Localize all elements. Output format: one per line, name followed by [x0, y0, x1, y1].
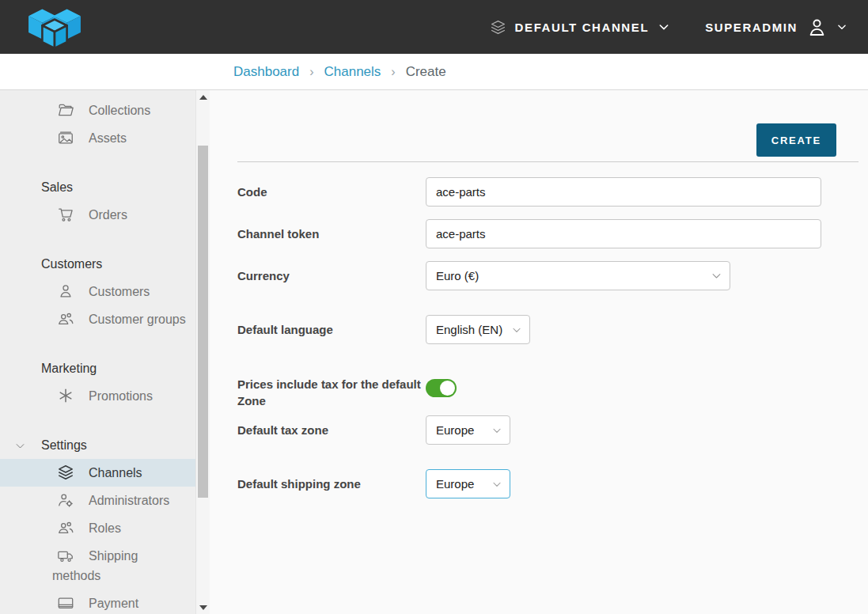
sidebar-item-orders[interactable]: Orders [0, 201, 195, 229]
sidebar-item-label: Payment [89, 597, 138, 610]
sidebar-item-shipping-methods[interactable]: Shipping methods [0, 542, 195, 589]
form-row-prices-include-tax: Prices include tax for the default Zone [237, 376, 859, 409]
form-row-default-language: Default language English (EN) [237, 315, 859, 344]
default-shipping-zone-label: Default shipping zone [237, 476, 426, 492]
sidebar-item-customer-groups[interactable]: Customer groups [0, 305, 195, 333]
sidebar-item-channels[interactable]: Channels [0, 459, 195, 487]
default-tax-zone-select-value: Europe [436, 423, 474, 437]
user-menu-label: SUPERADMIN [705, 21, 798, 34]
sidebar-item-customers[interactable]: Customers [0, 278, 195, 305]
prices-include-tax-toggle[interactable] [426, 379, 457, 397]
code-label: Code [237, 184, 426, 200]
sidebar-item-label: Collections [89, 104, 150, 117]
truck-icon [57, 547, 74, 564]
sidebar-item-label: Customers [89, 285, 150, 298]
channel-token-input[interactable] [426, 219, 821, 248]
currency-select[interactable]: Euro (€) [426, 261, 730, 290]
form-row-default-tax-zone: Default tax zone Europe [237, 415, 859, 445]
sidebar-item-label: Roles [89, 521, 121, 535]
nav-section-sales: Sales Orders [0, 176, 195, 229]
sidebar-item-assets[interactable]: Assets [0, 124, 195, 152]
credit-card-icon [57, 594, 74, 612]
form-row-currency: Currency Euro (€) [237, 261, 859, 290]
code-input[interactable] [426, 177, 821, 207]
prices-include-tax-label: Prices include tax for the default Zone [237, 376, 426, 409]
users-icon [57, 310, 74, 328]
sidebar-item-label: Administrators [89, 494, 169, 507]
chevron-down-icon [836, 21, 847, 32]
cart-icon [57, 206, 74, 223]
chevron-down-icon [511, 324, 522, 335]
image-icon [57, 129, 74, 146]
default-language-select[interactable]: English (EN) [426, 315, 530, 344]
nav-section-header-customers: Customers [0, 252, 195, 278]
form-row-code: Code [237, 177, 859, 207]
channel-form: Code Channel token Currency Euro (€) Def… [237, 162, 859, 498]
vendure-logo[interactable] [24, 3, 85, 51]
sidebar-item-administrators[interactable]: Administrators [0, 487, 195, 514]
nav-section-header-sales: Sales [0, 176, 195, 201]
default-language-label: Default language [237, 321, 426, 338]
channel-switcher-label: DEFAULT CHANNEL [515, 21, 650, 34]
person-icon [806, 17, 828, 38]
users-icon [57, 519, 74, 536]
cube-logo-icon [24, 3, 85, 51]
layers-icon [57, 464, 74, 481]
nav-section-label: Settings [41, 438, 87, 452]
channel-token-label: Channel token [237, 226, 426, 242]
user-gear-icon [57, 491, 74, 509]
scroll-down-arrow[interactable] [196, 601, 210, 614]
nav-section-settings: Settings Channels Administrators Roles S… [0, 434, 195, 614]
sidebar-scrollbar [195, 90, 210, 614]
layers-icon [490, 19, 506, 36]
user-menu[interactable]: SUPERADMIN [705, 17, 847, 38]
nav-section-header-settings[interactable]: Settings [0, 434, 195, 459]
sidebar-nav: Collections Assets Sales Orders Customer… [0, 90, 210, 614]
sidebar-item-roles[interactable]: Roles [0, 514, 195, 542]
breadcrumb-current: Create [406, 64, 446, 80]
topbar-right: DEFAULT CHANNEL SUPERADMIN [490, 17, 847, 38]
chevron-down-icon [14, 440, 26, 455]
chevron-down-icon [711, 270, 722, 282]
nav-section-catalog: Collections Assets [0, 97, 195, 152]
channel-switcher[interactable]: DEFAULT CHANNEL [490, 19, 671, 36]
form-row-channel-token: Channel token [237, 219, 859, 248]
sidebar-item-label: Orders [89, 208, 127, 222]
nav-section-header-marketing: Marketing [0, 357, 195, 382]
chevron-down-icon [658, 21, 670, 33]
sidebar-item-label: Assets [89, 131, 127, 145]
scroll-up-arrow[interactable] [196, 90, 210, 104]
default-tax-zone-select[interactable]: Europe [426, 415, 510, 445]
nav-section-customers: Customers Customers Customer groups [0, 252, 195, 333]
default-shipping-zone-select[interactable]: Europe [426, 469, 510, 498]
sidebar-item-collections[interactable]: Collections [0, 97, 195, 124]
breadcrumb-separator: › [299, 65, 324, 79]
default-language-select-value: English (EN) [436, 323, 502, 336]
currency-label: Currency [237, 267, 426, 284]
breadcrumb: Dashboard › Channels › Create [0, 54, 868, 90]
toggle-knob [440, 381, 455, 396]
default-tax-zone-label: Default tax zone [237, 422, 426, 438]
currency-select-value: Euro (€) [436, 269, 479, 282]
folder-icon [57, 101, 74, 119]
sidebar-item-payment[interactable]: Payment [0, 589, 195, 614]
breadcrumb-link-dashboard[interactable]: Dashboard [233, 64, 299, 80]
scrollbar-thumb[interactable] [198, 146, 208, 498]
nav-section-marketing: Marketing Promotions [0, 357, 195, 410]
create-button[interactable]: CREATE [756, 123, 836, 157]
asterisk-icon [57, 387, 74, 404]
user-icon [57, 282, 74, 300]
form-toolbar: CREATE [237, 90, 859, 161]
chevron-down-icon [491, 479, 502, 490]
topbar: DEFAULT CHANNEL SUPERADMIN [0, 0, 868, 54]
sidebar-item-label: Promotions [89, 389, 153, 403]
form-row-default-shipping-zone: Default shipping zone Europe [237, 469, 859, 498]
default-shipping-zone-select-value: Europe [436, 477, 474, 491]
chevron-down-icon [491, 425, 502, 436]
breadcrumb-link-channels[interactable]: Channels [324, 64, 381, 80]
create-channel-form-page: CREATE Code Channel token Currency Euro … [210, 90, 868, 614]
breadcrumb-separator: › [381, 65, 405, 79]
sidebar-item-label: Customer groups [89, 313, 186, 326]
sidebar-item-label: Channels [89, 466, 142, 479]
sidebar-item-promotions[interactable]: Promotions [0, 382, 195, 410]
